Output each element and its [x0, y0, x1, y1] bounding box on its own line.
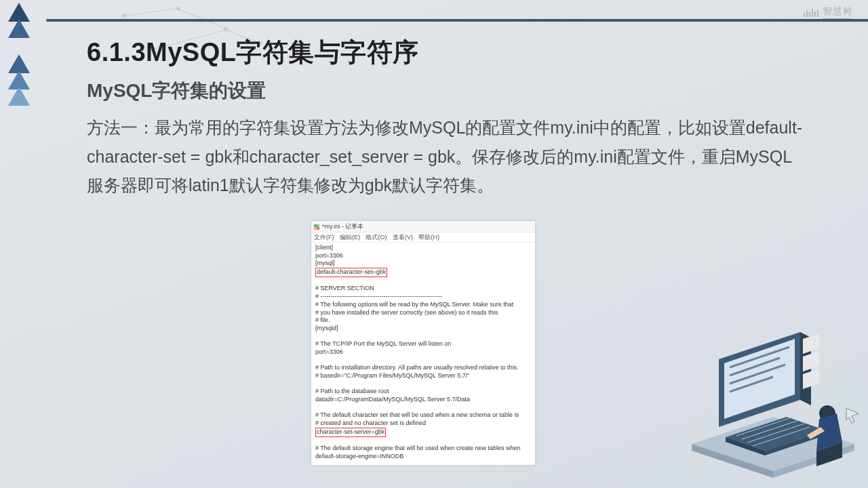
notepad-titlebar: *my.ini - 记事本	[311, 221, 535, 232]
notepad-menubar: 文件(F) 编辑(E) 格式(O) 查看(V) 帮助(H)	[311, 232, 535, 243]
left-arrow-decoration-icon	[8, 0, 39, 100]
slide-title: 6.1.3MySQL字符集与字符序	[87, 35, 844, 70]
computer-illustration-icon	[671, 319, 861, 481]
slide-content: 6.1.3MySQL字符集与字符序 MySQL字符集的设置 方法一：最为常用的字…	[46, 23, 844, 200]
watermark: 智慧树	[804, 5, 853, 19]
notepad-text-top: [client] port=3306 [mysql]	[315, 244, 343, 266]
notepad-text-bottom: # The default storage engine that will b…	[315, 445, 521, 460]
watermark-text: 智慧树	[823, 5, 853, 19]
notepad-highlight-2: character-set-server=gbk	[315, 428, 386, 437]
slide-canvas: 智慧树 6.1.3MySQL字符集与字符序 MySQL字符集的设置 方法一：最为…	[0, 0, 868, 488]
notepad-text-mid: # SERVER SECTION # ---------------------…	[315, 285, 519, 426]
svg-marker-24	[846, 408, 859, 423]
notepad-window: *my.ini - 记事本 文件(F) 编辑(E) 格式(O) 查看(V) 帮助…	[311, 220, 536, 466]
slide-subtitle: MySQL字符集的设置	[87, 78, 844, 104]
slide-body-text: 方法一：最为常用的字符集设置方法为修改MySQL的配置文件my.ini中的配置，…	[87, 113, 803, 200]
watermark-bars-icon	[804, 7, 820, 17]
title-bar-strip	[46, 19, 868, 22]
notepad-body: [client] port=3306 [mysql] default-chara…	[311, 243, 535, 462]
notepad-highlight-1: default-character-set=gbk	[315, 268, 387, 277]
